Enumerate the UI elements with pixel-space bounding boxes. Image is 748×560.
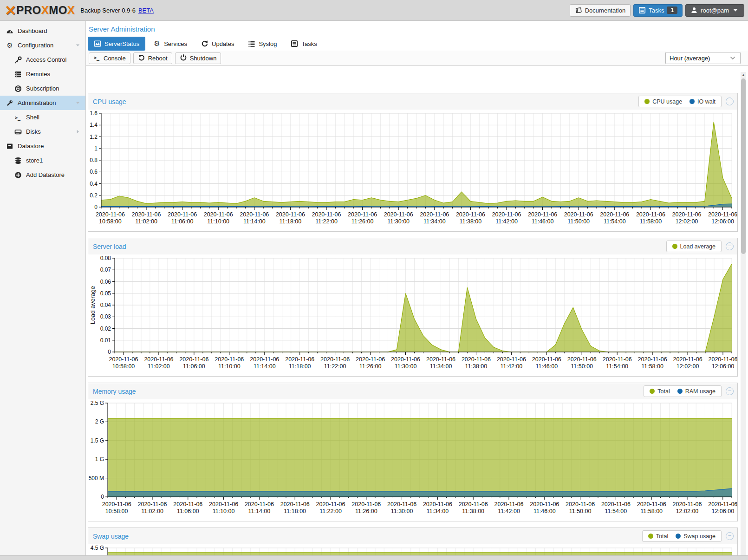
caret-down-icon xyxy=(75,100,81,106)
svg-text:0.03: 0.03 xyxy=(100,313,111,320)
caret-right-icon xyxy=(75,129,81,135)
svg-text:2020-11-06: 2020-11-06 xyxy=(320,356,350,363)
sidebar-item-add-datastore[interactable]: Add Datastore xyxy=(0,168,85,182)
main-content: Server Administration ServerStatus⚙Servi… xyxy=(86,21,748,555)
svg-text:11:34:00: 11:34:00 xyxy=(427,508,449,514)
time-range-select[interactable]: Hour (average) xyxy=(665,52,741,64)
svg-text:11:46:00: 11:46:00 xyxy=(535,363,558,370)
svg-text:11:26:00: 11:26:00 xyxy=(355,508,377,514)
svg-text:11:46:00: 11:46:00 xyxy=(533,508,556,514)
console-button[interactable]: >_ Console xyxy=(89,52,130,64)
svg-text:2020-11-06: 2020-11-06 xyxy=(528,211,557,218)
svg-text:12:06:00: 12:06:00 xyxy=(712,363,735,370)
svg-text:2020-11-06: 2020-11-06 xyxy=(456,211,485,218)
svg-text:0.02: 0.02 xyxy=(100,326,111,332)
svg-text:0.4: 0.4 xyxy=(90,181,98,187)
chart-icon xyxy=(94,40,101,47)
svg-text:2020-11-06: 2020-11-06 xyxy=(637,501,666,508)
sidebar-item-configuration[interactable]: ⚙Configuration xyxy=(0,38,85,52)
tab-label: ServerStatus xyxy=(104,40,139,47)
svg-text:2020-11-06: 2020-11-06 xyxy=(708,211,737,218)
user-name: root@pam xyxy=(701,7,729,14)
collapse-panel-button[interactable]: − xyxy=(726,242,734,250)
tab-serverstatus[interactable]: ServerStatus xyxy=(88,37,145,51)
scrollbar-thumb[interactable] xyxy=(741,78,746,254)
svg-text:2020-11-06: 2020-11-06 xyxy=(384,211,413,218)
svg-text:2020-11-06: 2020-11-06 xyxy=(426,356,455,363)
panel-server-load: Server loadLoad average−00.010.020.030.0… xyxy=(88,238,738,377)
sidebar-item-label: Shell xyxy=(26,114,39,121)
book-icon xyxy=(575,7,582,14)
documentation-button[interactable]: Documentation xyxy=(570,4,631,17)
page-title: Server Administration xyxy=(89,25,748,33)
sidebar-item-remotes[interactable]: Remotes xyxy=(0,67,85,81)
svg-text:11:02:00: 11:02:00 xyxy=(141,508,163,514)
legend-label: Load average xyxy=(680,243,715,250)
sidebar-item-dashboard[interactable]: Dashboard xyxy=(0,24,85,38)
tasks-button[interactable]: Tasks 1 xyxy=(633,4,683,17)
svg-text:2020-11-06: 2020-11-06 xyxy=(240,211,269,218)
svg-text:Load average: Load average xyxy=(89,286,96,325)
svg-text:2020-11-06: 2020-11-06 xyxy=(316,501,345,508)
svg-text:11:14:00: 11:14:00 xyxy=(243,218,266,225)
user-menu-button[interactable]: root@pam xyxy=(685,4,744,17)
svg-text:0.2: 0.2 xyxy=(90,192,98,199)
sidebar-item-access-control[interactable]: Access Control xyxy=(0,52,85,67)
brand-part: MO xyxy=(49,4,67,16)
collapse-panel-button[interactable]: − xyxy=(726,387,734,395)
svg-text:2020-11-06: 2020-11-06 xyxy=(391,356,420,363)
time-range-value: Hour (average) xyxy=(670,55,710,62)
svg-text:11:50:00: 11:50:00 xyxy=(571,363,593,370)
vertical-scrollbar[interactable]: ▲ xyxy=(741,72,746,555)
svg-text:2020-11-06: 2020-11-06 xyxy=(462,356,491,363)
svg-text:2020-11-06: 2020-11-06 xyxy=(497,356,526,363)
disk-icon xyxy=(14,128,22,136)
sidebar-item-label: Disks xyxy=(26,128,41,135)
svg-text:2020-11-06: 2020-11-06 xyxy=(131,211,161,218)
legend-item-total: Total xyxy=(644,533,672,540)
tab-services[interactable]: ⚙Services xyxy=(147,37,193,51)
sidebar: Dashboard⚙ConfigurationAccess ControlRem… xyxy=(0,21,86,555)
svg-text:11:34:00: 11:34:00 xyxy=(430,363,452,370)
gear-icon: ⚙ xyxy=(6,41,13,49)
svg-text:11:50:00: 11:50:00 xyxy=(569,508,592,514)
sidebar-item-store1[interactable]: store1 xyxy=(0,153,85,168)
sidebar-item-administration[interactable]: Administration xyxy=(0,96,85,110)
svg-text:500 M: 500 M xyxy=(89,475,104,482)
collapse-panel-button[interactable]: − xyxy=(726,532,734,540)
shutdown-button[interactable]: Shutdown xyxy=(175,52,221,64)
shutdown-label: Shutdown xyxy=(190,55,217,62)
svg-text:1.6: 1.6 xyxy=(90,110,98,117)
sidebar-item-disks[interactable]: Disks xyxy=(0,124,85,139)
svg-text:2020-11-06: 2020-11-06 xyxy=(530,501,559,508)
collapse-panel-button[interactable]: − xyxy=(726,98,734,105)
svg-text:11:38:00: 11:38:00 xyxy=(462,508,484,514)
svg-text:>_: >_ xyxy=(94,55,100,61)
svg-text:2020-11-06: 2020-11-06 xyxy=(420,211,449,218)
sidebar-item-shell[interactable]: >_Shell xyxy=(0,110,85,124)
beta-link[interactable]: BETA xyxy=(138,7,154,14)
tab-tasks[interactable]: Tasks xyxy=(285,37,323,51)
top-bar: ✕ PROXMOX Backup Server 0.9-6 BETA Docum… xyxy=(0,0,748,21)
sidebar-item-subscription[interactable]: Subscription xyxy=(0,81,85,96)
panel-header: Server loadLoad average− xyxy=(88,238,737,254)
svg-text:2020-11-06: 2020-11-06 xyxy=(209,501,238,508)
legend-label: CPU usage xyxy=(652,98,682,105)
horizontal-scrollbar[interactable] xyxy=(0,555,748,560)
svg-text:11:10:00: 11:10:00 xyxy=(207,218,229,225)
svg-text:11:22:00: 11:22:00 xyxy=(315,218,338,225)
gear-icon: ⚙ xyxy=(153,40,161,47)
tab-label: Services xyxy=(164,40,187,47)
scroll-up-arrow[interactable]: ▲ xyxy=(741,72,746,78)
svg-text:11:50:00: 11:50:00 xyxy=(567,218,590,225)
svg-text:0: 0 xyxy=(94,204,98,210)
console-label: Console xyxy=(104,55,126,62)
sidebar-item-datastore[interactable]: Datastore xyxy=(0,139,85,153)
reboot-button[interactable]: Reboot xyxy=(133,52,172,64)
svg-text:2020-11-06: 2020-11-06 xyxy=(564,211,593,218)
svg-text:11:54:00: 11:54:00 xyxy=(605,508,627,514)
svg-text:0.04: 0.04 xyxy=(100,302,111,308)
svg-text:2020-11-06: 2020-11-06 xyxy=(532,356,561,363)
tab-updates[interactable]: Updates xyxy=(195,37,240,51)
tab-syslog[interactable]: Syslog xyxy=(242,37,283,51)
